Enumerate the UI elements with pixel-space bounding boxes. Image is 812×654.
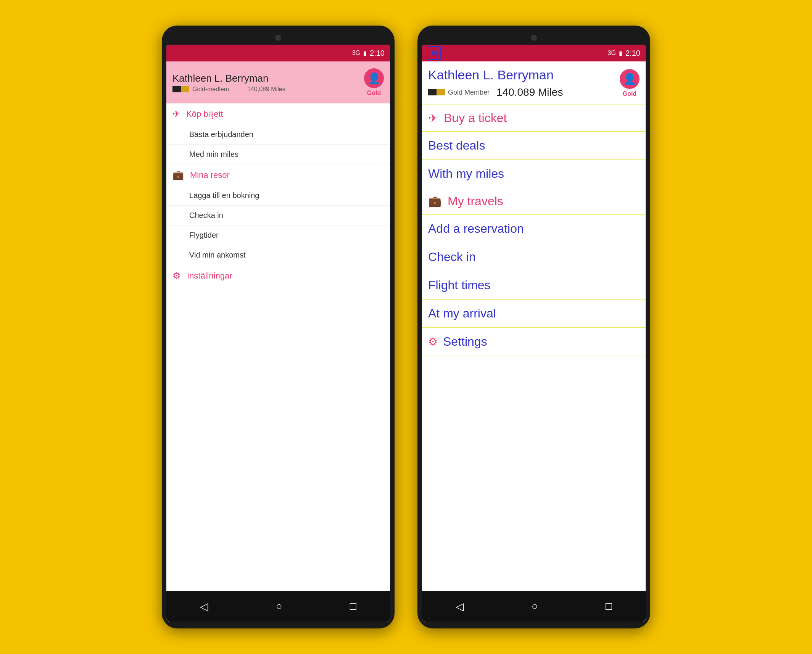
back-button[interactable]: ◁	[200, 600, 208, 613]
left-miles-label: 140,089 Miles	[247, 86, 285, 93]
left-section1-title: Köp biljett	[186, 109, 223, 119]
left-user-sub: Gold-medlem 140,089 Miles	[172, 86, 285, 93]
right-menu-at-arrival[interactable]: At my arrival	[422, 300, 646, 328]
right-battery-icon: ▮	[619, 50, 622, 57]
right-gold-badge	[428, 89, 445, 95]
right-recents-button[interactable]: □	[606, 600, 612, 612]
right-travels-icon: 💼	[428, 195, 441, 208]
right-nav-bar: ◁ ○ □	[422, 591, 646, 622]
left-menu-add-reservation[interactable]: Lägga till en bokning	[166, 186, 390, 206]
recents-button[interactable]: □	[350, 600, 356, 612]
signal-icon: 3G	[352, 50, 360, 56]
right-tablet: ⊡ 3G ▮ 2:10 Kathleen L. Berryman Gold Me…	[417, 26, 650, 628]
right-user-info: Kathleen L. Berryman Gold Member 140.089…	[428, 68, 563, 98]
left-member-label: Gold-medlem	[192, 86, 229, 93]
left-section1-header[interactable]: ✈ Köp biljett	[166, 103, 390, 125]
left-gold-badge	[172, 86, 189, 92]
left-user-name: Kathleen L. Berryman	[172, 72, 285, 84]
left-gold-label: Gold	[367, 90, 381, 97]
right-menu-flight-times[interactable]: Flight times	[422, 271, 646, 300]
left-avatar-circle: 👤	[364, 68, 384, 88]
left-tablet: 3G ▮ 2:10 Kathleen L. Berryman Gold-medl…	[162, 26, 395, 628]
right-back-button[interactable]: ◁	[456, 600, 464, 613]
right-camera	[531, 35, 537, 41]
left-section2-title: Mina resor	[190, 170, 230, 180]
left-menu: ✈ Köp biljett Bästa erbjudanden Med min …	[166, 103, 390, 591]
right-badge-gold	[437, 89, 445, 95]
right-menu-check-in[interactable]: Check in	[422, 243, 646, 271]
right-user-sub: Gold Member 140.089 Miles	[428, 86, 563, 98]
right-settings-label: Settings	[443, 335, 487, 349]
right-settings-icon: ⚙	[428, 335, 438, 348]
right-person-icon: 👤	[623, 72, 636, 85]
left-section3-header[interactable]: ⚙ Inställningar	[166, 265, 390, 287]
right-home-button[interactable]: ○	[532, 600, 538, 612]
right-section1-header[interactable]: ✈ Buy a ticket	[422, 105, 646, 132]
left-section2-header[interactable]: 💼 Mina resor	[166, 164, 390, 186]
left-menu-with-miles[interactable]: Med min miles	[166, 145, 390, 164]
right-menu-add-reservation[interactable]: Add a reservation	[422, 215, 646, 243]
right-tablet-top-bar	[422, 32, 646, 45]
right-section2-header[interactable]: 💼 My travels	[422, 188, 646, 215]
person-icon: 👤	[367, 72, 381, 85]
accessibility-icon: ⊡	[427, 46, 441, 60]
right-badge-black	[428, 89, 437, 95]
left-status-bar: 3G ▮ 2:10	[166, 45, 390, 61]
right-menu-with-miles[interactable]: With my miles	[422, 160, 646, 188]
left-menu-check-in[interactable]: Checka in	[166, 206, 390, 226]
home-button[interactable]: ○	[276, 600, 282, 612]
left-gold-avatar: 👤 Gold	[364, 68, 384, 97]
right-gold-label: Gold	[623, 90, 636, 97]
ticket-icon: ✈	[172, 109, 180, 119]
right-avatar-circle: 👤	[620, 69, 640, 89]
right-status-time: 2:10	[625, 49, 640, 58]
right-screen: ⊡ 3G ▮ 2:10 Kathleen L. Berryman Gold Me…	[422, 45, 646, 622]
left-user-info: Kathleen L. Berryman Gold-medlem 140,089…	[172, 72, 285, 93]
left-menu-flight-times[interactable]: Flygtider	[166, 226, 390, 245]
left-menu-at-arrival[interactable]: Vid min ankomst	[166, 245, 390, 265]
travels-icon: 💼	[172, 170, 184, 180]
right-member-label: Gold Member	[448, 89, 490, 97]
right-section2-title: My travels	[448, 194, 503, 208]
right-status-bar: ⊡ 3G ▮ 2:10	[422, 45, 646, 61]
left-tablet-top-bar	[166, 32, 390, 45]
left-nav-bar: ◁ ○ □	[166, 591, 390, 622]
left-menu-best-deals[interactable]: Bästa erbjudanden	[166, 125, 390, 145]
right-user-header: Kathleen L. Berryman Gold Member 140.089…	[422, 61, 646, 105]
right-user-name: Kathleen L. Berryman	[428, 68, 563, 82]
badge-black	[172, 86, 181, 92]
left-camera	[275, 35, 281, 41]
left-section3-title: Inställningar	[187, 271, 232, 281]
right-section1-title: Buy a ticket	[444, 111, 507, 125]
right-settings-row[interactable]: ⚙ Settings	[422, 328, 646, 356]
left-screen: 3G ▮ 2:10 Kathleen L. Berryman Gold-medl…	[166, 45, 390, 622]
right-miles-label: 140.089 Miles	[496, 86, 563, 98]
badge-gold	[181, 86, 189, 92]
right-menu-best-deals[interactable]: Best deals	[422, 132, 646, 160]
settings-icon: ⚙	[172, 271, 181, 281]
status-time: 2:10	[370, 49, 385, 58]
battery-icon: ▮	[363, 50, 367, 57]
right-gold-avatar: 👤 Gold	[620, 69, 640, 97]
left-user-header: Kathleen L. Berryman Gold-medlem 140,089…	[166, 61, 390, 103]
right-menu: ✈ Buy a ticket Best deals With my miles …	[422, 105, 646, 591]
right-signal-icon: 3G	[608, 50, 616, 56]
right-ticket-icon: ✈	[428, 111, 438, 125]
